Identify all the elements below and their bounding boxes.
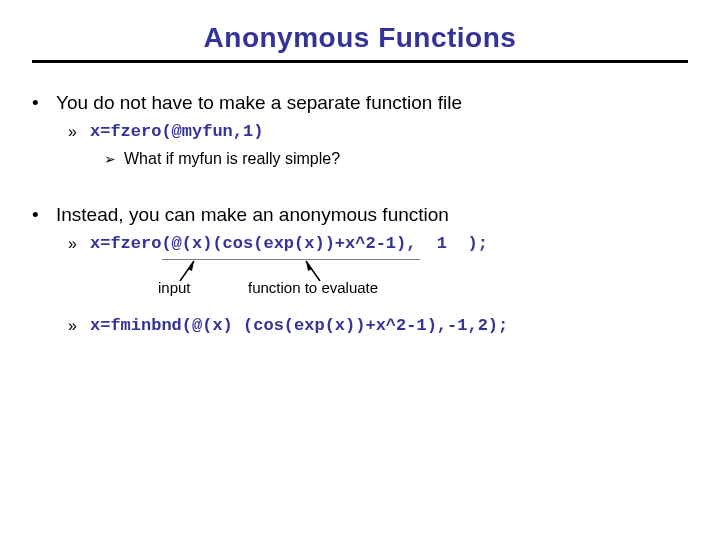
raquo-icon: » — [68, 315, 90, 337]
bullet-level2: » x=fminbnd(@(x) (cos(exp(x))+x^2-1),-1,… — [68, 315, 688, 337]
spacer — [32, 169, 688, 203]
bullet-text: Instead, you can make an anonymous funct… — [56, 203, 449, 227]
annotation-label-input: input — [158, 279, 191, 296]
spacer — [32, 297, 688, 311]
annotation-label-func: function to evaluate — [248, 279, 378, 296]
bullet-text: What if myfun is really simple? — [124, 149, 340, 169]
bullet-text: You do not have to make a separate funct… — [56, 91, 462, 115]
bullet-level3: ➢ What if myfun is really simple? — [104, 149, 688, 169]
slide-title: Anonymous Functions — [32, 22, 688, 54]
bullet-level1: • You do not have to make a separate fun… — [32, 91, 688, 115]
bullet-level1: • Instead, you can make an anonymous fun… — [32, 203, 688, 227]
code-line: x=fzero(@(x)(cos(exp(x))+x^2-1), 1 ); — [90, 233, 488, 255]
code-line: x=fzero(@myfun,1) — [90, 121, 263, 143]
bullet-dot-icon: • — [32, 91, 56, 115]
annotation-diagram: input function to evaluate — [90, 259, 688, 297]
triangle-icon: ➢ — [104, 149, 124, 169]
bullet-dot-icon: • — [32, 203, 56, 227]
title-rule — [32, 60, 688, 63]
bullet-level2: » x=fzero(@myfun,1) — [68, 121, 688, 143]
code-line: x=fminbnd(@(x) (cos(exp(x))+x^2-1),-1,2)… — [90, 315, 508, 337]
raquo-icon: » — [68, 121, 90, 143]
raquo-icon: » — [68, 233, 90, 255]
slide: Anonymous Functions • You do not have to… — [0, 0, 720, 540]
bullet-level2: » x=fzero(@(x)(cos(exp(x))+x^2-1), 1 ); — [68, 233, 688, 255]
